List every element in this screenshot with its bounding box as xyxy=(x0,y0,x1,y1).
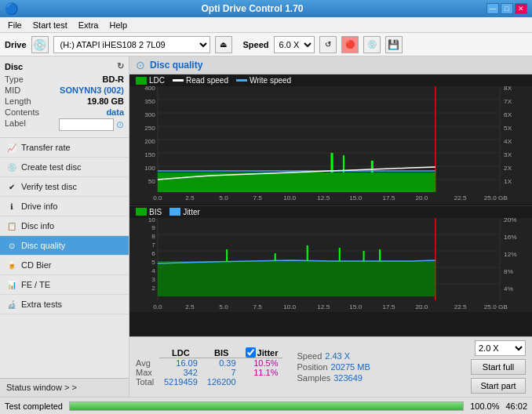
menu-file[interactable]: File xyxy=(3,20,27,31)
disc-label-input[interactable] xyxy=(59,118,114,131)
sidebar-item-verify-test-disc[interactable]: ✔ Verify test disc xyxy=(0,177,129,197)
start-full-button[interactable]: Start full xyxy=(471,359,526,375)
sidebar-item-cd-bier[interactable]: 🍺 CD Bier xyxy=(0,256,129,275)
svg-text:7: 7 xyxy=(151,242,155,249)
svg-text:17.5: 17.5 xyxy=(382,303,395,310)
verify-test-disc-icon: ✔ xyxy=(6,181,17,192)
label-icon[interactable]: ⊙ xyxy=(116,119,124,130)
disc-length-row: Length 19.80 GB xyxy=(5,96,124,106)
total-ldc: 5219459 xyxy=(159,377,202,387)
svg-text:150: 150 xyxy=(144,151,155,158)
disc-panel: Disc ↻ Type BD-R MID SONYNN3 (002) Lengt… xyxy=(0,56,129,138)
sidebar-item-extra-tests[interactable]: 🔬 Extra tests xyxy=(0,295,129,314)
avg-label: Avg xyxy=(136,358,159,369)
minimize-button[interactable]: — xyxy=(486,3,499,14)
read-speed-legend-box xyxy=(173,79,184,82)
chart1-legend: LDC Read speed Write speed xyxy=(129,74,532,86)
chart1-svg: 400 350 300 250 200 150 100 50 8X 7X 6X … xyxy=(129,86,532,204)
svg-text:7.5: 7.5 xyxy=(253,194,262,202)
jitter-legend-label: Jitter xyxy=(183,208,200,216)
ldc-column-header: LDC xyxy=(159,347,202,358)
sidebar-item-create-test-disc[interactable]: 💿 Create test disc xyxy=(0,158,129,177)
bis-legend-box xyxy=(136,208,147,216)
stats-avg-row: Avg 16.09 0.39 10.5% xyxy=(136,358,282,369)
speed-stat-label: Speed xyxy=(297,351,322,361)
app-icon: 🔵 xyxy=(5,2,18,15)
speed-select2[interactable]: 1.0 X2.0 X4.0 X6.0 X xyxy=(475,340,526,356)
ldc-legend-box xyxy=(136,77,147,85)
svg-text:16%: 16% xyxy=(504,234,516,241)
disc-label-row: Label ⊙ xyxy=(5,118,124,131)
svg-text:200: 200 xyxy=(144,138,155,145)
svg-text:4: 4 xyxy=(151,267,155,274)
svg-text:100: 100 xyxy=(144,165,155,172)
save-button[interactable]: 💾 xyxy=(385,36,403,53)
jitter-checkbox[interactable] xyxy=(246,347,256,358)
svg-text:2.5: 2.5 xyxy=(185,303,195,310)
transfer-rate-icon: 📈 xyxy=(6,142,17,153)
svg-rect-65 xyxy=(307,245,308,261)
chart2-svg: 10 9 8 7 6 5 4 3 2 20% 16% 12% 8% 4% xyxy=(129,218,532,312)
menu-bar: File Start test Extra Help xyxy=(0,17,532,33)
disc-color-button[interactable]: 🔴 xyxy=(341,36,359,53)
menu-extra[interactable]: Extra xyxy=(74,20,104,31)
max-label: Max xyxy=(136,368,159,377)
speed-select[interactable]: 1.0 X2.0 X4.0 X6.0 X8.0 XMax xyxy=(274,36,315,53)
svg-text:22.5: 22.5 xyxy=(454,303,467,310)
status-window-button[interactable]: Status window > > xyxy=(0,378,129,397)
drive-icon: 💿 xyxy=(31,36,49,53)
samples-value: 323649 xyxy=(333,373,363,383)
progress-bar-fill xyxy=(70,402,463,410)
close-button[interactable]: ✕ xyxy=(515,3,527,14)
total-label: Total xyxy=(136,377,159,387)
sidebar-item-disc-info[interactable]: 📋 Disc info xyxy=(0,216,129,236)
svg-text:8X: 8X xyxy=(504,86,512,92)
menu-help[interactable]: Help xyxy=(104,20,132,31)
time-display: 46:02 xyxy=(505,401,527,411)
sidebar-item-fe-te[interactable]: 📊 FE / TE xyxy=(0,275,129,295)
status-bar: Test completed 100.0% 46:02 xyxy=(0,397,532,414)
bis-legend-label: BIS xyxy=(149,208,162,216)
action-area: 1.0 X2.0 X4.0 X6.0 X Start full Start pa… xyxy=(471,340,526,394)
disc-length-label: Length xyxy=(5,96,31,106)
svg-text:10.0: 10.0 xyxy=(283,303,296,310)
extra-tests-icon: 🔬 xyxy=(6,299,17,310)
svg-text:5: 5 xyxy=(151,259,155,266)
svg-text:50: 50 xyxy=(148,178,156,185)
menu-start-test[interactable]: Start test xyxy=(28,20,72,31)
svg-rect-64 xyxy=(275,253,276,261)
svg-text:12.5: 12.5 xyxy=(317,194,330,202)
disc-quality-header-title: Disc quality xyxy=(150,60,202,71)
ldc-legend-label: LDC xyxy=(149,76,165,85)
svg-text:20.0: 20.0 xyxy=(415,194,428,202)
stats-area: LDC BIS Jitter Avg 16.09 xyxy=(129,336,532,397)
max-bis: 7 xyxy=(202,368,241,377)
disc-refresh-icon[interactable]: ↻ xyxy=(117,61,124,71)
disc-mid-value: SONYNN3 (002) xyxy=(60,85,124,95)
svg-text:400: 400 xyxy=(144,86,155,92)
eject-button[interactable]: ⏏ xyxy=(215,36,232,53)
svg-text:3X: 3X xyxy=(504,151,512,158)
sidebar-item-transfer-rate[interactable]: 📈 Transfer rate xyxy=(0,138,129,158)
svg-text:15.0: 15.0 xyxy=(349,194,362,202)
refresh-button[interactable]: ↺ xyxy=(319,36,337,53)
svg-rect-68 xyxy=(379,249,381,261)
sidebar-item-create-test-disc-label: Create test disc xyxy=(21,162,81,172)
disc-contents-value: data xyxy=(106,107,124,117)
disc-button2[interactable]: 💿 xyxy=(363,36,381,53)
disc-type-row: Type BD-R xyxy=(5,74,124,84)
svg-rect-27 xyxy=(331,153,333,172)
svg-text:10.0: 10.0 xyxy=(283,194,296,202)
bis-column-header: BIS xyxy=(202,347,241,358)
sidebar-item-drive-info[interactable]: ℹ Drive info xyxy=(0,197,129,216)
sidebar-item-cd-bier-label: CD Bier xyxy=(21,260,52,270)
drive-select[interactable]: (H:) ATAPI iHES108 2 7L09 xyxy=(53,36,210,53)
total-jitter xyxy=(241,377,283,387)
start-part-button[interactable]: Start part xyxy=(471,378,526,394)
disc-type-value: BD-R xyxy=(103,74,125,84)
maximize-button[interactable]: □ xyxy=(501,3,513,14)
speed-label: Speed xyxy=(243,40,269,49)
stats-total-row: Total 5219459 126200 xyxy=(136,377,282,387)
sidebar-item-disc-quality[interactable]: ⊙ Disc quality xyxy=(0,236,129,256)
svg-text:0.0: 0.0 xyxy=(153,303,162,310)
